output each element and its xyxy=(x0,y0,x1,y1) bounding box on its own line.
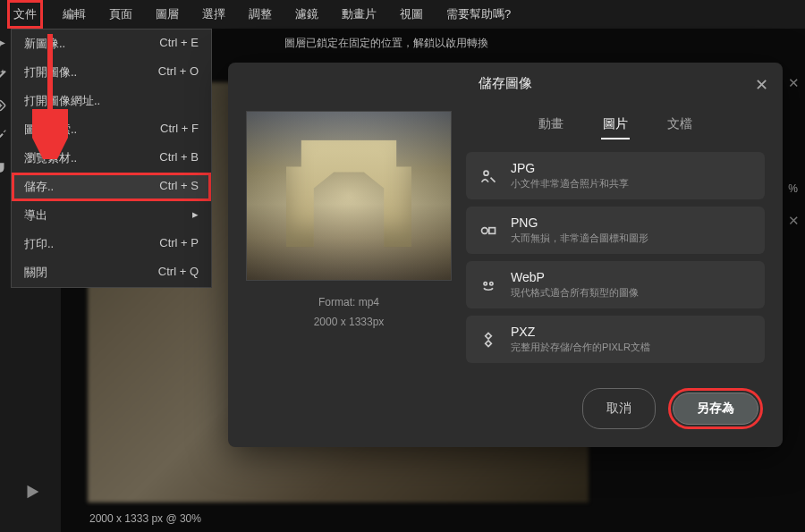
menu-adjust[interactable]: 調整 xyxy=(245,3,275,26)
menu-file[interactable]: 文件 xyxy=(7,0,43,29)
hand-tool[interactable] xyxy=(0,157,9,175)
menu-layer[interactable]: 圖層 xyxy=(152,3,182,26)
menu-edit[interactable]: 編輯 xyxy=(59,3,89,26)
cancel-button[interactable]: 取消 xyxy=(582,388,656,429)
play-icon[interactable] xyxy=(22,482,42,505)
menu-page[interactable]: 頁面 xyxy=(106,3,136,26)
menubar: 文件 編輯 頁面 圖層 選擇 調整 濾鏡 動畫片 視圖 需要幫助嗎? xyxy=(0,0,805,29)
format-tabs: 動畫 圖片 文檔 xyxy=(466,111,765,139)
dimensions-line: 2000 x 1333px xyxy=(246,313,452,333)
menu-animation[interactable]: 動畫片 xyxy=(338,3,380,26)
format-line: Format: mp4 xyxy=(246,293,452,313)
percent-label: % xyxy=(788,182,798,195)
wand-tool[interactable] xyxy=(0,66,9,84)
tab-image[interactable]: 圖片 xyxy=(601,111,630,139)
menu-filter[interactable]: 濾鏡 xyxy=(292,3,322,26)
brush-tool[interactable] xyxy=(0,127,9,145)
format-pxz[interactable]: PXZ完整用於存儲/合作的PIXLR文檔 xyxy=(466,316,765,363)
tab-animation[interactable]: 動畫 xyxy=(537,111,565,139)
format-png[interactable]: PNG大而無損，非常適合圖標和圖形 xyxy=(466,207,765,254)
menu-open-image[interactable]: 打開圖像..Ctrl + O xyxy=(12,58,211,87)
dialog-title: 儲存圖像 ✕ xyxy=(228,63,783,104)
save-image-dialog: 儲存圖像 ✕ Format: mp4 2000 x 1333px 動畫 圖片 文… xyxy=(228,63,783,447)
format-webp[interactable]: WebP現代格式適合所有類型的圖像 xyxy=(466,261,765,308)
pxz-icon xyxy=(479,331,498,349)
menu-save[interactable]: 儲存..Ctrl + S xyxy=(12,173,211,201)
svg-point-10 xyxy=(482,227,488,233)
lock-message: 圖層已鎖定在固定的位置，解鎖以啟用轉換 xyxy=(284,36,488,51)
menu-browse-stock[interactable]: 瀏覽素材..Ctrl + B xyxy=(12,144,211,173)
preview-pane: Format: mp4 2000 x 1333px xyxy=(246,111,452,376)
menu-export[interactable]: 導出▸ xyxy=(12,201,211,230)
png-icon xyxy=(479,222,498,240)
preview-thumbnail xyxy=(246,111,452,281)
file-dropdown: 新圖像..Ctrl + E 打開圖像..Ctrl + O 打開圖像網址.. 圖片… xyxy=(11,29,212,288)
save-as-button[interactable]: 另存為 xyxy=(673,393,758,425)
svg-point-12 xyxy=(484,282,487,284)
svg-point-9 xyxy=(484,171,488,175)
jpg-icon xyxy=(479,167,498,185)
tab-document[interactable]: 文檔 xyxy=(665,111,694,139)
menu-image-search[interactable]: 圖片搜索..Ctrl + F xyxy=(12,115,211,144)
menu-select[interactable]: 選擇 xyxy=(199,3,229,26)
menu-view[interactable]: 視圖 xyxy=(396,3,427,26)
heal-tool[interactable] xyxy=(0,97,9,114)
menu-help[interactable]: 需要幫助嗎? xyxy=(443,3,514,26)
status-bar: 2000 x 1333 px @ 30% xyxy=(89,512,201,525)
format-jpg[interactable]: JPG小文件非常適合照片和共享 xyxy=(466,152,765,199)
menu-new-image[interactable]: 新圖像..Ctrl + E xyxy=(12,30,211,58)
svg-rect-11 xyxy=(489,227,496,233)
menu-open-url[interactable]: 打開圖像網址.. xyxy=(12,87,211,115)
close-icon[interactable]: ✕ xyxy=(788,75,800,91)
menu-close[interactable]: 關閉Ctrl + Q xyxy=(12,258,211,287)
close-icon[interactable]: ✕ xyxy=(788,213,800,229)
close-icon[interactable]: ✕ xyxy=(755,75,768,95)
pointer-tool[interactable] xyxy=(0,36,9,54)
svg-point-13 xyxy=(490,282,493,284)
menu-print[interactable]: 打印..Ctrl + P xyxy=(12,230,211,258)
webp-icon xyxy=(479,276,498,294)
